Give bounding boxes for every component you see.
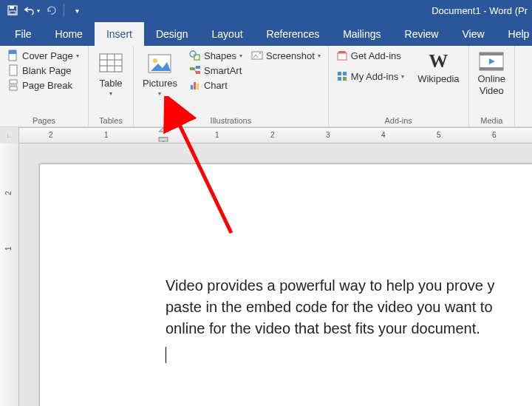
blank-page-button[interactable]: Blank Page [6, 64, 81, 77]
blank-page-icon [7, 64, 19, 76]
chart-button[interactable]: Chart [188, 78, 244, 92]
screenshot-button[interactable]: Screenshot ▾ [250, 49, 322, 62]
svg-rect-6 [10, 65, 17, 75]
page-break-label: Page Break [22, 80, 72, 91]
text-line: Video provides a powerful way to help yo… [166, 275, 532, 297]
my-addins-button[interactable]: My Add-ins ▾ [335, 70, 406, 83]
smartart-icon [189, 64, 201, 76]
svg-rect-26 [197, 84, 199, 89]
screenshot-icon [251, 50, 263, 61]
svg-rect-37 [159, 138, 168, 141]
page-viewport[interactable]: Video provides a powerful way to help yo… [19, 143, 532, 406]
separator [64, 4, 64, 16]
dropdown-caret-icon: ▾ [239, 53, 242, 59]
text-line: online for the video that best fits your… [166, 318, 532, 339]
table-label: Table [99, 78, 122, 89]
page-break-button[interactable]: Page Break [6, 78, 81, 92]
group-addins-label: Add-ins [335, 115, 463, 125]
chart-label: Chart [204, 80, 228, 91]
undo-icon [24, 5, 36, 16]
table-button[interactable]: Table ▾ [95, 49, 127, 98]
quick-access-toolbar: ▾ ▾ [4, 2, 85, 18]
get-addins-label: Get Add-ins [351, 50, 401, 61]
page[interactable]: Video provides a powerful way to help yo… [40, 164, 532, 406]
ruler-num: 1 [215, 131, 219, 139]
svg-line-22 [194, 67, 196, 69]
group-tables-label: Tables [95, 115, 127, 125]
wikipedia-button[interactable]: W Wikipedia [415, 49, 462, 86]
chart-icon [189, 79, 201, 91]
tab-review[interactable]: Review [393, 22, 451, 46]
dropdown-caret-icon: ▾ [109, 90, 112, 97]
group-tables: Table ▾ Tables [89, 46, 134, 126]
tab-view[interactable]: View [450, 22, 496, 46]
shapes-button[interactable]: Shapes ▾ [188, 49, 244, 62]
cover-page-button[interactable]: Cover Page ▾ [6, 49, 81, 62]
svg-rect-1 [10, 6, 14, 9]
tab-mailings[interactable]: Mailings [331, 22, 392, 46]
tab-layout[interactable]: Layout [200, 22, 255, 46]
svg-point-17 [190, 51, 196, 57]
svg-rect-33 [343, 77, 347, 81]
ruler-num: 5 [437, 131, 441, 139]
get-addins-button[interactable]: Get Add-ins [335, 49, 406, 62]
indent-marker-icon[interactable] [158, 127, 168, 143]
svg-rect-19 [190, 67, 194, 70]
document-text[interactable]: Video provides a powerful way to help yo… [166, 275, 532, 369]
save-button[interactable] [4, 2, 21, 18]
vruler-num: 2 [4, 191, 13, 195]
chevron-down-icon: ▾ [75, 7, 79, 15]
addins-icon [336, 70, 348, 82]
pictures-icon [146, 50, 173, 77]
online-video-label-1: Online [478, 74, 506, 84]
online-video-button[interactable]: Online Video [475, 49, 509, 98]
svg-rect-36 [480, 67, 503, 70]
svg-rect-35 [480, 53, 503, 55]
ruler-area: ∟ 2 1 1 2 3 4 5 6 [0, 127, 532, 143]
dropdown-caret-icon: ▾ [158, 90, 161, 97]
tab-file[interactable]: File [3, 22, 44, 46]
tab-insert[interactable]: Insert [95, 22, 144, 46]
svg-rect-30 [338, 72, 341, 75]
svg-rect-5 [9, 50, 16, 54]
ribbon: Cover Page ▾ Blank Page Page Break Pages… [0, 46, 532, 127]
redo-icon [46, 5, 56, 16]
horizontal-ruler[interactable]: 2 1 1 2 3 4 5 6 [19, 127, 532, 143]
ruler-num: 2 [270, 131, 275, 139]
svg-rect-21 [196, 71, 200, 74]
smartart-label: SmartArt [204, 65, 242, 76]
online-video-label-2: Video [480, 86, 504, 96]
undo-button[interactable]: ▾ [24, 2, 40, 18]
pictures-button[interactable]: Pictures ▾ [140, 49, 180, 98]
wikipedia-icon: W [429, 50, 448, 72]
customize-qat-button[interactable]: ▾ [69, 2, 85, 18]
svg-rect-29 [338, 53, 347, 60]
group-pages: Cover Page ▾ Blank Page Page Break Pages [0, 46, 89, 126]
shapes-icon [189, 50, 201, 61]
svg-rect-27 [252, 52, 262, 59]
svg-point-16 [153, 58, 157, 63]
cover-page-icon [7, 50, 19, 61]
tab-design[interactable]: Design [144, 22, 200, 46]
tab-references[interactable]: References [255, 22, 332, 46]
text-cursor [166, 347, 166, 363]
ruler-num: 1 [104, 131, 109, 139]
redo-button[interactable] [43, 2, 59, 18]
dropdown-caret-icon: ▾ [318, 53, 321, 59]
ruler-num: 4 [381, 131, 386, 139]
store-icon [336, 50, 348, 61]
wikipedia-label: Wikipedia [417, 74, 459, 84]
table-icon [98, 50, 124, 77]
title-bar: ▾ ▾ Document1 - Word (Pr [0, 0, 532, 21]
ruler-corner: ∟ [0, 127, 19, 143]
smartart-button[interactable]: SmartArt [188, 64, 244, 77]
document-area: 2 1 Video provides a powerful way to hel… [0, 143, 532, 406]
tab-help[interactable]: Help [497, 22, 532, 46]
text-line: paste in the embed code for the video yo… [166, 297, 532, 318]
blank-page-label: Blank Page [22, 65, 72, 76]
tab-home[interactable]: Home [44, 22, 95, 46]
vertical-ruler[interactable]: 2 1 [0, 143, 19, 406]
svg-rect-25 [194, 82, 196, 89]
svg-rect-24 [191, 85, 193, 89]
svg-line-23 [194, 69, 196, 72]
